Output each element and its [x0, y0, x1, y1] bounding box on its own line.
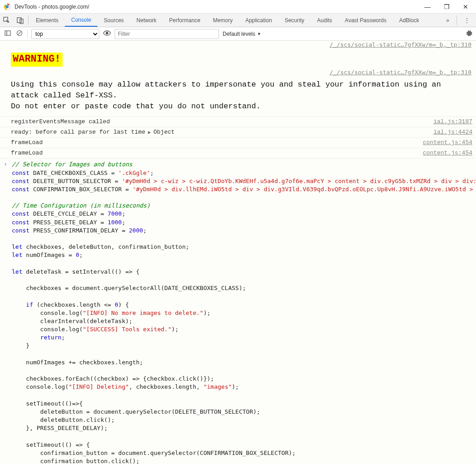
log-levels-dropdown[interactable]: Default levels▼ — [223, 31, 261, 37]
source-link[interactable]: /_/scs/social-static…7gfXXw/m=_b,_tp:310 — [0, 68, 476, 77]
tab-sources[interactable]: Sources — [97, 14, 130, 27]
svg-line-7 — [18, 31, 21, 35]
inspect-element-icon[interactable] — [0, 14, 14, 27]
console-input-code: › // Selector for Images and buttonscons… — [0, 159, 476, 464]
tab-performance[interactable]: Performance — [163, 14, 207, 27]
log-message: ready: before call parse for last time ▶… — [11, 128, 428, 136]
window-minimize-button[interactable]: — — [423, 3, 432, 10]
console-toolbar: top Default levels▼ — [0, 27, 476, 41]
live-expression-icon[interactable] — [103, 30, 111, 38]
log-message: frameLoad — [11, 139, 418, 147]
log-row: frameLoadcontent.js:454 — [0, 138, 476, 148]
console-settings-icon[interactable] — [465, 29, 472, 38]
console-filter-input[interactable] — [115, 29, 219, 39]
tabs-overflow-button[interactable]: » — [440, 14, 456, 27]
prompt-icon: › — [4, 160, 7, 169]
source-link[interactable]: /_/scs/social-static…7gfXXw/m=_b,_tp:310 — [0, 41, 476, 49]
svg-rect-3 — [17, 18, 21, 23]
warning-badge: WARNING! — [11, 53, 63, 67]
tab-adblock[interactable]: AdBlock — [393, 14, 425, 27]
window-titlebar: DevTools - photos.google.com/ — ❐ ✕ — [0, 0, 476, 14]
log-message: registerEventsMessage called — [11, 118, 428, 126]
tab-console[interactable]: Console — [65, 14, 97, 27]
chrome-icon — [4, 3, 11, 10]
tab-elements[interactable]: Elements — [29, 14, 65, 27]
source-link[interactable]: ial.js:3187 — [433, 118, 472, 126]
console-body: /_/scs/social-static…7gfXXw/m=_b,_tp:310… — [0, 41, 476, 464]
source-link[interactable]: content.js:454 — [423, 149, 472, 157]
log-row: registerEventsMessage calledial.js:3187 — [0, 117, 476, 127]
context-selector[interactable]: top — [31, 29, 99, 39]
log-row: ready: before call parse for last time ▶… — [0, 127, 476, 138]
window-close-button[interactable]: ✕ — [461, 3, 470, 10]
tab-audits[interactable]: Audits — [311, 14, 338, 27]
log-row: frameLoadcontent.js:454 — [0, 148, 476, 159]
window-maximize-button[interactable]: ❐ — [442, 3, 451, 10]
devtools-menu-button[interactable]: ⋮ — [458, 14, 476, 27]
tab-avast-passwords[interactable]: Avast Passwords — [339, 14, 393, 27]
svg-rect-5 — [5, 31, 10, 35]
tab-application[interactable]: Application — [239, 14, 278, 27]
warning-body: Using this console may allow attackers t… — [0, 77, 476, 116]
tab-network[interactable]: Network — [130, 14, 163, 27]
tab-memory[interactable]: Memory — [207, 14, 239, 27]
tab-security[interactable]: Security — [278, 14, 311, 27]
clear-console-icon[interactable] — [15, 30, 24, 38]
object-expander[interactable]: Object — [153, 129, 175, 135]
warning-row: WARNING! — [0, 49, 476, 68]
svg-point-8 — [106, 32, 108, 34]
window-title: DevTools - photos.google.com/ — [15, 4, 89, 10]
log-message: frameLoad — [11, 149, 418, 157]
device-toggle-icon[interactable] — [14, 14, 27, 27]
source-link[interactable]: ial.js:4424 — [433, 128, 472, 136]
devtools-tabsbar: ElementsConsoleSourcesNetworkPerformance… — [0, 14, 476, 27]
console-sidebar-toggle-icon[interactable] — [4, 30, 12, 38]
source-link[interactable]: content.js:454 — [423, 139, 472, 147]
